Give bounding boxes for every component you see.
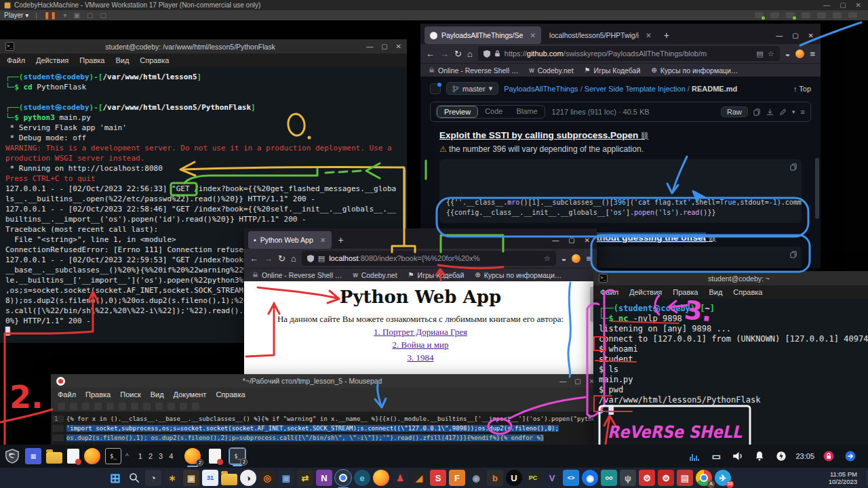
shutter-app-icon[interactable]: ◑ bbox=[240, 470, 256, 486]
window-maximize-button[interactable]: ▢ bbox=[574, 378, 580, 385]
tab-close-icon[interactable]: ✕ bbox=[320, 236, 326, 244]
onenote-icon[interactable]: N bbox=[316, 470, 332, 486]
settings-device-icon[interactable] bbox=[833, 12, 842, 18]
toolbar-icon[interactable] bbox=[143, 403, 151, 410]
toolbar-icon[interactable] bbox=[131, 403, 138, 410]
chrome-profile-icon[interactable]: A bbox=[696, 470, 712, 486]
bookmark-item[interactable]: wCodeby.net bbox=[353, 271, 397, 279]
f-orange-app-icon[interactable]: F bbox=[449, 470, 465, 486]
arrows-app-icon[interactable]: ⇄ bbox=[297, 470, 313, 486]
book-link-1[interactable]: 1. Портрет Дориана Грея bbox=[244, 327, 597, 338]
s-red-app-icon[interactable]: S bbox=[430, 470, 446, 486]
session-icon[interactable] bbox=[842, 448, 859, 464]
edit-pencil-icon[interactable] bbox=[779, 108, 787, 116]
toolbar-icon[interactable] bbox=[70, 403, 77, 410]
book-link-2[interactable]: 2. Война и мир bbox=[244, 340, 597, 350]
extension-icon[interactable] bbox=[572, 254, 580, 263]
pycharm-icon[interactable]: PC bbox=[525, 470, 541, 486]
toolbar-icon[interactable] bbox=[167, 403, 175, 410]
copy-icon[interactable] bbox=[753, 108, 761, 116]
book-link-3[interactable]: 3. 1984 bbox=[244, 352, 597, 363]
vmware-close-button[interactable]: ✕ bbox=[856, 1, 861, 9]
toolbar-icon[interactable] bbox=[180, 403, 187, 410]
tab-blame[interactable]: Blame bbox=[509, 106, 544, 118]
toolbar-icon[interactable] bbox=[94, 403, 102, 410]
unreal-app-icon[interactable]: U bbox=[506, 470, 522, 486]
tab-preview[interactable]: Preview bbox=[437, 106, 478, 118]
toolbar-icon[interactable] bbox=[192, 403, 199, 410]
menu-item[interactable]: Действия bbox=[36, 56, 68, 64]
telegram-icon[interactable]: ✈58 bbox=[715, 470, 731, 486]
back-to-top-link[interactable]: ↑ Top bbox=[793, 85, 811, 93]
vm-fullscreen-button[interactable]: ▢ bbox=[87, 12, 93, 19]
window-close-button[interactable]: ✕ bbox=[396, 43, 401, 50]
toolbox-app-icon[interactable]: ▤ bbox=[677, 470, 693, 486]
panel-chevron-icon[interactable]: ^ bbox=[125, 453, 129, 460]
extension-icon[interactable] bbox=[795, 49, 804, 58]
branch-selector[interactable]: master ▾ bbox=[446, 82, 498, 95]
copy-icon[interactable] bbox=[790, 163, 797, 171]
menu-item[interactable]: Вид bbox=[115, 56, 129, 64]
gear-red2-app-icon[interactable]: ⚙ bbox=[658, 470, 674, 486]
visual-studio-icon[interactable]: V bbox=[544, 470, 560, 486]
window-maximize-button[interactable]: ▢ bbox=[381, 43, 387, 50]
bookmark-item[interactable]: wCodeby.net bbox=[529, 66, 573, 75]
cd-device-icon[interactable] bbox=[770, 12, 779, 18]
kali-menu-icon[interactable] bbox=[4, 448, 20, 464]
claw-app-icon[interactable]: ψ bbox=[620, 470, 636, 486]
toolbar-icon[interactable] bbox=[106, 403, 114, 410]
player-menu[interactable]: Player ▾ bbox=[4, 12, 28, 19]
new-tab-button[interactable]: + bbox=[334, 235, 348, 245]
chrome-icon[interactable] bbox=[335, 470, 351, 486]
sound-device-icon[interactable] bbox=[817, 12, 826, 18]
screenlock-icon[interactable] bbox=[821, 448, 837, 464]
menu-item[interactable]: Справка bbox=[140, 56, 169, 64]
blender-app-icon[interactable]: b bbox=[487, 470, 503, 486]
heading-link-icon[interactable]: ⛓ bbox=[641, 131, 648, 140]
vmware-maximize-button[interactable]: ▢ bbox=[840, 1, 846, 9]
photos-app-icon[interactable]: ▣ bbox=[183, 470, 199, 486]
window-maximize-button[interactable]: ▢ bbox=[792, 32, 798, 39]
reload-button[interactable]: ↻ bbox=[454, 49, 462, 59]
taskbar-mousepad-window[interactable] bbox=[209, 449, 221, 464]
file-tree-icon[interactable] bbox=[430, 83, 441, 94]
gauge-app-icon[interactable]: ◔ bbox=[145, 470, 161, 486]
menu-item[interactable]: Справка bbox=[216, 390, 245, 399]
menu-item[interactable]: Правка bbox=[79, 56, 104, 64]
menu-item[interactable]: Правка bbox=[673, 288, 698, 296]
clock[interactable]: 23:05 bbox=[795, 452, 814, 460]
forward-button[interactable]: → bbox=[440, 49, 449, 59]
terminal-titlebar[interactable]: >_ student@codeby: /var/www/html/lesson5… bbox=[0, 39, 407, 54]
breadcrumb-dir-link[interactable]: Server Side Template Injection bbox=[585, 85, 686, 93]
bookmark-item[interactable]: ⚑Игры Кодебай bbox=[408, 271, 465, 279]
power-manager-icon[interactable] bbox=[773, 448, 789, 464]
firefox-launcher-icon[interactable] bbox=[84, 448, 100, 464]
mousepad-titlebar[interactable]: *~/Рабочий стол/tmp_lesson_5 - Mousepad … bbox=[51, 374, 600, 388]
window-close-button[interactable]: ✕ bbox=[808, 32, 814, 39]
tab-close-icon[interactable]: ✕ bbox=[530, 31, 536, 39]
usb-device-icon[interactable] bbox=[802, 12, 810, 18]
pause-dropdown-icon[interactable]: ▾ bbox=[64, 12, 67, 19]
menu-item[interactable]: Правка bbox=[85, 390, 111, 399]
tab-code[interactable]: Code bbox=[478, 106, 509, 118]
tab-python-web-app[interactable]: • Python Web App ✕ bbox=[248, 231, 332, 249]
menu-hamburger-icon[interactable]: ≡ bbox=[586, 253, 591, 264]
back-button[interactable]: ← bbox=[250, 253, 258, 264]
bookmark-item[interactable]: ⚑Игры Кодебай bbox=[585, 66, 641, 75]
carrot-app-icon[interactable]: ◢ bbox=[411, 470, 427, 486]
window-minimize-button[interactable]: — bbox=[776, 32, 783, 39]
calendar-app-icon[interactable]: 31 bbox=[202, 470, 218, 486]
map-pin-app-icon[interactable]: ◉ bbox=[582, 470, 598, 486]
url-bar[interactable]: ▤ localhost:8080/index?book={%%20for%20x… bbox=[302, 251, 556, 266]
vscode-icon[interactable]: <> bbox=[563, 470, 579, 486]
mousepad-launcher-icon[interactable] bbox=[67, 449, 79, 464]
volume-icon[interactable] bbox=[730, 448, 746, 464]
outline-icon[interactable]: ≡ bbox=[801, 108, 805, 116]
window-minimize-button[interactable]: — bbox=[552, 237, 559, 244]
bookmark-item[interactable]: ☠Online - Reverse Shell … bbox=[252, 271, 342, 279]
tab-payloadsallthethings[interactable]: PayloadsAllTheThings/Se ✕ bbox=[425, 26, 541, 44]
red-coat-app-icon[interactable]: ♟ bbox=[392, 470, 408, 486]
menu-item[interactable]: Вид bbox=[151, 390, 164, 399]
back-button[interactable]: ← bbox=[426, 49, 435, 59]
gear-red-app-icon[interactable]: ⚙ bbox=[639, 470, 655, 486]
